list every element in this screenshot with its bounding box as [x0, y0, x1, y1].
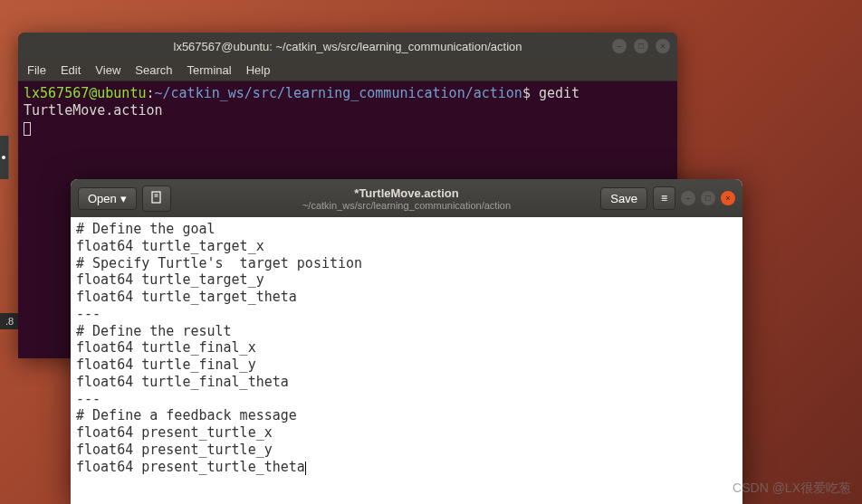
gedit-text-area[interactable]: # Define the goal float64 turtle_target_…: [71, 217, 742, 479]
gedit-right-toolbar: Save ≡ – □ ×: [600, 186, 735, 210]
save-button-label: Save: [610, 192, 637, 205]
terminal-cursor: [24, 122, 31, 136]
desktop-version-badge: .8: [0, 313, 19, 329]
prompt-path: ~/catkin_ws/src/learning_communication/a…: [155, 85, 522, 101]
terminal-title: lx567567@ubuntu: ~/catkin_ws/src/learnin…: [174, 40, 522, 53]
close-button[interactable]: ×: [656, 39, 670, 53]
menu-help[interactable]: Help: [246, 63, 271, 77]
watermark: CSDN @LX很爱吃葱: [733, 480, 851, 497]
new-document-icon: [150, 191, 163, 204]
terminal-menubar: File Edit View Search Terminal Help: [18, 60, 677, 81]
gedit-title: *TurtleMove.action: [302, 186, 511, 200]
gedit-window: Open ▾ *TurtleMove.action ~/catkin_ws/sr…: [71, 179, 742, 504]
text-cursor: [305, 461, 306, 475]
gedit-title-area: *TurtleMove.action ~/catkin_ws/src/learn…: [302, 186, 511, 211]
menu-view[interactable]: View: [95, 63, 120, 77]
dock-item[interactable]: [0, 136, 9, 179]
gedit-subtitle: ~/catkin_ws/src/learning_communication/a…: [302, 200, 511, 211]
gedit-headerbar[interactable]: Open ▾ *TurtleMove.action ~/catkin_ws/sr…: [71, 179, 742, 217]
svg-rect-0: [152, 192, 160, 203]
gedit-maximize-button[interactable]: □: [701, 191, 715, 205]
maximize-button[interactable]: □: [634, 39, 648, 53]
chevron-down-icon: ▾: [120, 192, 127, 205]
gedit-left-toolbar: Open ▾: [78, 185, 171, 212]
open-button-label: Open: [88, 192, 117, 205]
hamburger-icon: ≡: [661, 192, 667, 204]
new-tab-button[interactable]: [142, 185, 171, 212]
prompt-user-host: lx567567@ubuntu: [24, 85, 146, 101]
menu-terminal[interactable]: Terminal: [187, 63, 232, 77]
dock-running-indicator: [2, 156, 5, 159]
menu-file[interactable]: File: [27, 63, 46, 77]
prompt-dollar: $: [522, 85, 531, 101]
prompt-colon: :: [146, 85, 154, 101]
hamburger-menu-button[interactable]: ≡: [653, 186, 675, 210]
menu-search[interactable]: Search: [135, 63, 172, 77]
minimize-button[interactable]: –: [612, 39, 627, 53]
gedit-minimize-button[interactable]: –: [681, 191, 695, 205]
terminal-body[interactable]: lx567567@ubuntu:~/catkin_ws/src/learning…: [18, 81, 677, 139]
terminal-window-controls: – □ ×: [612, 39, 670, 53]
terminal-titlebar[interactable]: lx567567@ubuntu: ~/catkin_ws/src/learnin…: [18, 33, 677, 60]
open-button[interactable]: Open ▾: [78, 187, 137, 210]
gedit-close-button[interactable]: ×: [721, 191, 735, 205]
gedit-content: # Define the goal float64 turtle_target_…: [76, 221, 362, 475]
save-button[interactable]: Save: [600, 187, 647, 210]
menu-edit[interactable]: Edit: [61, 63, 81, 77]
